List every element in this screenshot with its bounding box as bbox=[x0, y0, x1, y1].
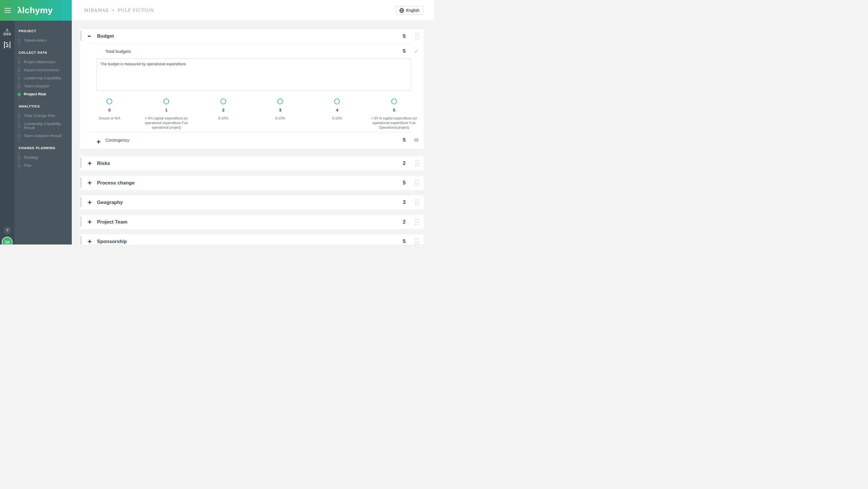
sidebar-item-label: Team Adoption bbox=[24, 84, 50, 88]
app-logo: λlchymy bbox=[17, 5, 53, 15]
sidebar-item-label: Strategy bbox=[24, 155, 38, 160]
section-header-risks[interactable]: Risks 2 bbox=[80, 156, 424, 171]
collapse-button[interactable] bbox=[88, 36, 92, 36]
rating-value: 1 bbox=[165, 108, 167, 112]
kanban-board-icon[interactable] bbox=[0, 41, 14, 49]
breadcrumb-current: PULP FICTION bbox=[118, 8, 154, 12]
budget-note-input[interactable]: The budget is measured by operational ex… bbox=[96, 59, 411, 90]
drag-handle-icon[interactable] bbox=[415, 238, 419, 244]
plus-icon bbox=[88, 181, 92, 185]
breadcrumb: MIRAMAX > PULP FICTION bbox=[84, 8, 154, 12]
rating-label: > 50 % capital expenditure (or operation… bbox=[366, 116, 423, 130]
help-button[interactable]: ? bbox=[3, 226, 11, 234]
subsection-header-contingency[interactable]: Contingency 5 bbox=[80, 133, 424, 147]
breadcrumb-parent[interactable]: MIRAMAX bbox=[84, 8, 109, 12]
section-card-project-team: Project Team 2 bbox=[80, 215, 424, 229]
section-header-budget[interactable]: Budget 5 bbox=[80, 29, 424, 44]
rating-scale: 0 Unsure or N/A 1 < 5% capital expenditu… bbox=[80, 90, 424, 132]
sidebar-group-analytics: ANALYTICS Total Change Risk Leadership C… bbox=[14, 105, 72, 140]
sidebar-item-label: Team Adoption Result bbox=[24, 134, 61, 138]
sidebar-item-label: Project Milestones bbox=[24, 60, 55, 64]
plus-icon bbox=[88, 201, 92, 204]
section-header-process-change[interactable]: Process change 5 bbox=[80, 176, 424, 190]
sidebar-item-team-adoption-result[interactable]: Team Adoption Result bbox=[14, 132, 72, 140]
drag-handle-icon[interactable] bbox=[415, 180, 419, 186]
comment-icon[interactable] bbox=[414, 138, 418, 142]
icon-rail: ? SB bbox=[0, 0, 14, 244]
rating-radio[interactable] bbox=[106, 98, 112, 104]
section-header-geography[interactable]: Geography 3 bbox=[80, 195, 424, 210]
rating-option-3: 3 5-10% bbox=[252, 98, 309, 132]
rating-radio[interactable] bbox=[391, 98, 397, 104]
sidebar-heading-project: PROJECT bbox=[19, 29, 72, 33]
step-bullet-icon bbox=[18, 125, 20, 127]
language-selector-button[interactable]: English bbox=[396, 6, 424, 15]
subsection-header-total-budgets[interactable]: Total budgets 5 ✓ bbox=[80, 44, 424, 59]
expand-button[interactable] bbox=[88, 181, 92, 185]
step-bullet-icon bbox=[18, 156, 20, 159]
subsection-title: Contingency bbox=[105, 138, 129, 143]
rating-option-1: 1 < 5% capital expenditure (or operation… bbox=[138, 98, 195, 132]
rating-value: 4 bbox=[336, 108, 338, 112]
section-title: Geography bbox=[97, 200, 123, 205]
sidebar-item-leadership-capability[interactable]: Leadership Capability bbox=[14, 74, 72, 82]
sidebar-item-label: Plan bbox=[24, 163, 32, 168]
expand-button[interactable] bbox=[88, 220, 92, 224]
section-title: Process change bbox=[97, 180, 134, 186]
drag-handle-icon[interactable] bbox=[415, 160, 419, 166]
plus-icon bbox=[88, 220, 92, 224]
plus-icon bbox=[88, 240, 92, 243]
expand-button[interactable] bbox=[88, 240, 92, 243]
step-bullet-icon bbox=[18, 135, 20, 137]
rating-option-5: 5 > 50 % capital expenditure (or operati… bbox=[366, 98, 423, 132]
step-bullet-icon bbox=[18, 164, 20, 167]
drag-handle-icon[interactable] bbox=[415, 199, 419, 205]
drag-handle-icon[interactable] bbox=[415, 33, 419, 39]
rating-radio[interactable] bbox=[334, 98, 340, 104]
rating-label: 5-10% bbox=[332, 116, 342, 121]
sidebar-item-project-risk[interactable]: Project Risk bbox=[14, 90, 72, 98]
step-bullet-icon bbox=[18, 69, 20, 71]
rating-value: 5 bbox=[393, 108, 395, 112]
sidebar-item-plan[interactable]: Plan bbox=[14, 162, 72, 170]
top-bar: MIRAMAX > PULP FICTION English bbox=[72, 0, 434, 21]
check-icon: ✓ bbox=[414, 48, 418, 54]
rating-option-4: 4 5-10% bbox=[309, 98, 365, 132]
section-title: Budget bbox=[97, 33, 114, 39]
rating-value: 0 bbox=[108, 108, 111, 112]
sidebar-item-total-change-risk[interactable]: Total Change Risk bbox=[14, 112, 72, 120]
hamburger-menu-icon[interactable] bbox=[4, 8, 11, 13]
step-bullet-icon bbox=[18, 85, 20, 88]
section-card-process-change: Process change 5 bbox=[80, 176, 424, 190]
sidebar-item-leadership-capability-result[interactable]: Leadership Capability Result bbox=[14, 120, 72, 132]
rating-radio[interactable] bbox=[277, 98, 283, 104]
sidebar-item-project-milestones[interactable]: Project Milestones bbox=[14, 58, 72, 66]
section-score: 2 bbox=[403, 219, 406, 225]
sidebar-heading-analytics: ANALYTICS bbox=[19, 105, 72, 108]
sidebar-item-label: Total Change Risk bbox=[24, 114, 55, 118]
drag-handle-icon[interactable] bbox=[415, 219, 419, 225]
section-header-project-team[interactable]: Project Team 2 bbox=[80, 215, 424, 229]
sidebar-group-collect-data: COLLECT DATA Project Milestones Impact A… bbox=[14, 51, 72, 98]
breadcrumb-separator-icon: > bbox=[112, 8, 115, 12]
section-card-geography: Geography 3 bbox=[80, 195, 424, 209]
rating-radio[interactable] bbox=[163, 98, 169, 104]
expand-button[interactable] bbox=[88, 201, 92, 204]
sidebar-item-strategy[interactable]: Strategy bbox=[14, 153, 72, 162]
rating-label: 5-10% bbox=[275, 116, 285, 121]
sidebar-item-label: Project Risk bbox=[24, 92, 46, 96]
subsection-score: 5 bbox=[403, 48, 406, 54]
rating-radio[interactable] bbox=[220, 98, 226, 104]
sidebar-item-impact-assessments[interactable]: Impact Assessments bbox=[14, 66, 72, 74]
expand-button[interactable] bbox=[88, 162, 92, 165]
sidebar-item-team-adoption[interactable]: Team Adoption bbox=[14, 82, 72, 90]
user-avatar[interactable]: SB bbox=[2, 237, 12, 244]
section-title: Sponsorship bbox=[97, 239, 127, 244]
section-card-budget: Budget 5 Total budgets 5 ✓ The budget is… bbox=[80, 29, 424, 148]
org-chart-icon[interactable] bbox=[0, 29, 14, 36]
section-score: 5 bbox=[403, 33, 406, 39]
section-header-sponsorship[interactable]: Sponsorship 5 bbox=[80, 234, 424, 245]
step-bullet-icon bbox=[18, 77, 20, 80]
sidebar-item-stakeholders[interactable]: Stakeholders bbox=[14, 36, 72, 45]
minus-icon bbox=[88, 36, 91, 36]
